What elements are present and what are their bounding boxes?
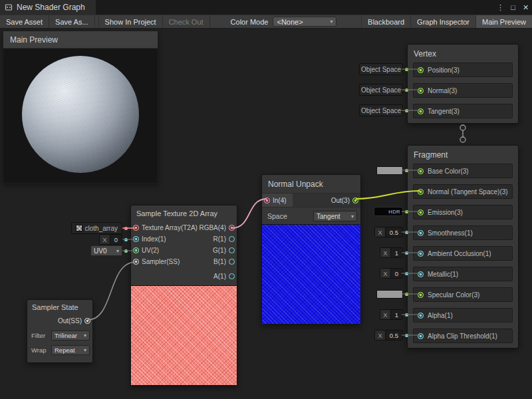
index-value[interactable]: 0 bbox=[110, 235, 122, 244]
vertex-node[interactable]: Vertex Position(3) Normal(3) Tangent(3) bbox=[407, 44, 519, 124]
space-label: Space bbox=[267, 212, 287, 220]
main-preview-toggle-button[interactable]: Main Preview bbox=[475, 15, 532, 28]
save-asset-button[interactable]: Save Asset bbox=[0, 15, 49, 28]
smoothness-field[interactable]: X 0.5 bbox=[374, 227, 403, 237]
axis-label: X bbox=[375, 227, 385, 237]
position-input-port[interactable] bbox=[418, 67, 424, 73]
axis-label: X bbox=[380, 269, 390, 278]
toolbar-right-group: Blackboard Graph Inspector Main Preview bbox=[361, 15, 532, 28]
block-smoothness[interactable]: Smoothness(1) bbox=[413, 225, 513, 240]
fragment-link-handle[interactable] bbox=[460, 137, 466, 142]
alpha-field[interactable]: X 1 bbox=[380, 309, 403, 320]
base-color-swatch[interactable] bbox=[376, 166, 403, 175]
metallic-field[interactable]: X 0 bbox=[380, 268, 403, 279]
r-output-port[interactable] bbox=[229, 236, 235, 242]
block-tangent[interactable]: Tangent(3) bbox=[413, 104, 513, 118]
samplerstate-out-port[interactable] bbox=[84, 318, 90, 324]
port-label: RGBA(4) bbox=[199, 224, 226, 231]
smoothness-input-port[interactable] bbox=[418, 230, 424, 236]
graph-tab[interactable]: New Shader Graph bbox=[0, 0, 96, 15]
b-output-port[interactable] bbox=[229, 259, 235, 265]
alpha-clip-value[interactable]: 0.5 bbox=[386, 331, 402, 340]
save-as-button[interactable]: Save As... bbox=[49, 15, 95, 28]
ambient-occlusion-value[interactable]: 1 bbox=[391, 248, 402, 257]
texture-array-input-port[interactable] bbox=[133, 225, 139, 231]
emission-input-port[interactable] bbox=[418, 209, 424, 215]
kebab-menu-icon[interactable]: ⋮ bbox=[494, 0, 507, 15]
out-port[interactable] bbox=[352, 198, 358, 203]
sample-texture-2d-array-node[interactable]: Sample Texture 2D Array Texture Array(T2… bbox=[130, 205, 237, 386]
fragment-node[interactable]: Fragment Base Color(3) Normal (Tangent S… bbox=[407, 145, 519, 348]
base-color-input-port[interactable] bbox=[418, 168, 424, 174]
block-label: Tangent(3) bbox=[428, 108, 460, 115]
block-normal-tangent-space[interactable]: Normal (Tangent Space)(3) bbox=[413, 184, 513, 199]
titlebar: New Shader Graph ⋮ □ ✕ bbox=[0, 0, 532, 15]
tangent-input-port[interactable] bbox=[418, 108, 424, 114]
normal-input-port[interactable] bbox=[418, 88, 424, 94]
alpha-clip-input-port[interactable] bbox=[418, 333, 424, 339]
a-output-port[interactable] bbox=[229, 273, 235, 279]
index-field[interactable]: X 0 bbox=[99, 234, 122, 245]
maximize-icon[interactable]: □ bbox=[507, 0, 519, 15]
port-label: A(1) bbox=[213, 273, 226, 280]
metallic-input-port[interactable] bbox=[418, 271, 424, 277]
port-label: Index(1) bbox=[142, 235, 166, 243]
uv-input-port[interactable] bbox=[133, 247, 139, 253]
alpha-clip-field[interactable]: X 0.5 bbox=[374, 330, 403, 340]
g-output-port[interactable] bbox=[229, 247, 235, 253]
vertex-link-handle[interactable] bbox=[460, 125, 466, 130]
color-mode-dropdown[interactable]: <None> ▾ bbox=[273, 17, 336, 27]
block-position[interactable]: Position(3) bbox=[413, 63, 513, 77]
close-icon[interactable]: ✕ bbox=[519, 0, 532, 15]
block-label: Normal (Tangent Space)(3) bbox=[428, 188, 508, 196]
port-label: In(4) bbox=[273, 197, 287, 204]
smoothness-value[interactable]: 0.5 bbox=[386, 227, 402, 237]
position-space-selector[interactable]: Object Space bbox=[359, 63, 403, 75]
emission-color-field[interactable]: HDR bbox=[374, 207, 403, 216]
edge-samplerstate-to-sampler[interactable] bbox=[88, 262, 136, 320]
check-out-button: Check Out bbox=[163, 15, 210, 28]
block-specular-color[interactable]: Specular Color(3) bbox=[413, 287, 513, 302]
show-in-project-button[interactable]: Show In Project bbox=[99, 15, 163, 28]
alpha-input-port[interactable] bbox=[418, 313, 424, 319]
index-input-port[interactable] bbox=[133, 236, 139, 242]
block-emission[interactable]: Emission(3) bbox=[413, 205, 513, 219]
block-ambient-occlusion[interactable]: Ambient Occlusion(1) bbox=[413, 246, 513, 261]
specular-color-input-port[interactable] bbox=[418, 292, 424, 298]
sampler-state-node[interactable]: Sampler State Out(SS) Filter Trilinear ▾… bbox=[27, 299, 93, 363]
uv-channel-dropdown[interactable]: UV0 ▾ bbox=[90, 245, 122, 256]
block-alpha-clip-threshold[interactable]: Alpha Clip Threshold(1) bbox=[413, 329, 513, 343]
space-dropdown[interactable]: Tangent ▾ bbox=[313, 211, 357, 221]
blackboard-toggle-button[interactable]: Blackboard bbox=[361, 15, 410, 28]
cloth-array-field[interactable]: cloth_array bbox=[71, 222, 122, 234]
block-alpha[interactable]: Alpha(1) bbox=[413, 308, 513, 323]
tangent-space-selector[interactable]: Object Space bbox=[359, 104, 403, 116]
shader-graph-window: New Shader Graph ⋮ □ ✕ Save Asset Save A… bbox=[0, 0, 532, 399]
block-metallic[interactable]: Metallic(1) bbox=[413, 267, 513, 281]
chevron-down-icon: ▾ bbox=[116, 248, 119, 254]
normal-unpack-node[interactable]: Normal Unpack In(4) Out(3) Space Tangent… bbox=[261, 174, 361, 325]
ambient-occlusion-field[interactable]: X 1 bbox=[380, 247, 403, 258]
sampler-input-port[interactable] bbox=[133, 259, 139, 265]
normal-tangent-input-port[interactable] bbox=[418, 189, 424, 195]
rgba-output: RGBA(4) bbox=[199, 222, 237, 233]
block-base-color[interactable]: Base Color(3) bbox=[413, 164, 513, 178]
main-preview-header[interactable]: Main Preview bbox=[3, 31, 158, 49]
in-port[interactable] bbox=[264, 198, 270, 203]
normal-space-selector[interactable]: Object Space bbox=[359, 84, 403, 96]
wrap-label: Wrap bbox=[31, 346, 47, 354]
metallic-value[interactable]: 0 bbox=[391, 269, 402, 278]
main-preview-viewport[interactable] bbox=[3, 49, 158, 183]
ambient-occlusion-input-port[interactable] bbox=[418, 251, 424, 257]
index-input: Index(1) bbox=[131, 233, 198, 245]
alpha-value[interactable]: 1 bbox=[391, 310, 402, 319]
wrap-dropdown[interactable]: Repeat ▾ bbox=[51, 345, 90, 355]
graph-inspector-toggle-button[interactable]: Graph Inspector bbox=[410, 15, 475, 28]
texture-asset-name: cloth_array bbox=[85, 225, 118, 232]
rgba-output-port[interactable] bbox=[229, 225, 235, 231]
toolbar: Save Asset Save As... Show In Project Ch… bbox=[0, 15, 532, 29]
main-preview-panel[interactable]: Main Preview bbox=[3, 31, 158, 184]
filter-dropdown[interactable]: Trilinear ▾ bbox=[51, 331, 90, 340]
block-normal[interactable]: Normal(3) bbox=[413, 83, 513, 98]
specular-color-swatch[interactable] bbox=[376, 290, 403, 299]
